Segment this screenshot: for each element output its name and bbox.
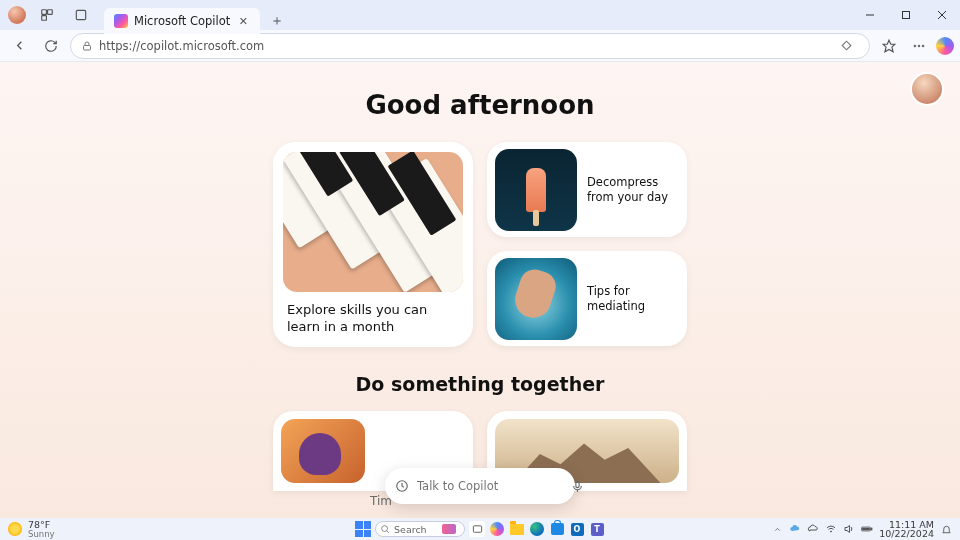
- card-label: Decompress from your day: [587, 175, 679, 205]
- browser-profile-avatar[interactable]: [8, 6, 26, 24]
- compose-bar[interactable]: [385, 468, 575, 504]
- edge-button[interactable]: [529, 521, 545, 537]
- back-button[interactable]: [6, 33, 32, 59]
- svg-rect-22: [871, 528, 872, 530]
- date: 10/22/2024: [879, 529, 934, 539]
- card-label: Explore skills you can learn in a month: [283, 292, 463, 336]
- copilot-sidebar-button[interactable]: [936, 37, 954, 55]
- outlook-button[interactable]: O: [569, 521, 585, 537]
- cloud-icon[interactable]: [807, 523, 819, 535]
- svg-point-19: [831, 531, 832, 532]
- taskbar-search[interactable]: Search: [375, 521, 465, 537]
- svg-point-10: [914, 45, 916, 47]
- task-view-button[interactable]: [469, 521, 485, 537]
- shopping-icon[interactable]: [833, 33, 859, 59]
- weather-condition: Sunny: [28, 530, 55, 539]
- settings-more-button[interactable]: [906, 33, 932, 59]
- piano-image: [283, 152, 463, 292]
- search-placeholder: Search: [394, 524, 427, 535]
- refresh-button[interactable]: [38, 33, 64, 59]
- battery-icon[interactable]: [861, 523, 873, 535]
- svg-rect-5: [903, 12, 910, 19]
- svg-rect-23: [863, 528, 870, 530]
- svg-rect-3: [76, 10, 85, 19]
- compose-input[interactable]: [417, 479, 563, 493]
- start-button[interactable]: [355, 521, 371, 537]
- sun-icon: [8, 522, 22, 536]
- wifi-icon[interactable]: [825, 523, 837, 535]
- svg-rect-14: [576, 481, 579, 487]
- onedrive-icon[interactable]: [789, 523, 801, 535]
- address-bar[interactable]: https://copilot.microsoft.com: [70, 33, 870, 59]
- svg-point-12: [922, 45, 924, 47]
- lock-icon: [81, 40, 93, 52]
- tray-chevron-icon[interactable]: [771, 523, 783, 535]
- svg-line-17: [387, 531, 389, 533]
- copilot-taskbar-button[interactable]: [489, 521, 505, 537]
- workspaces-icon[interactable]: [34, 2, 60, 28]
- card-explore-skills[interactable]: Explore skills you can learn in a month: [273, 142, 473, 347]
- svg-rect-18: [473, 525, 481, 531]
- svg-rect-0: [42, 10, 47, 15]
- window-close-button[interactable]: [924, 0, 960, 30]
- window-maximize-button[interactable]: [888, 0, 924, 30]
- card-label: Tips for mediating: [587, 284, 679, 314]
- water-hand-image: [495, 258, 577, 340]
- favorites-button[interactable]: [876, 33, 902, 59]
- url-text: https://copilot.microsoft.com: [99, 39, 264, 53]
- file-explorer-button[interactable]: [509, 521, 525, 537]
- svg-marker-9: [883, 40, 895, 52]
- browser-toolbar: https://copilot.microsoft.com: [0, 30, 960, 62]
- svg-marker-20: [845, 526, 850, 533]
- svg-point-11: [918, 45, 920, 47]
- search-icon: [380, 524, 390, 534]
- card-mediating-tips[interactable]: Tips for mediating: [487, 251, 687, 346]
- window-minimize-button[interactable]: [852, 0, 888, 30]
- svg-rect-2: [42, 16, 47, 21]
- window-titlebar: Microsoft Copilot ✕ ＋: [0, 0, 960, 30]
- popsicle-image: [495, 149, 577, 231]
- svg-rect-8: [84, 45, 91, 50]
- user-avatar[interactable]: [912, 74, 942, 104]
- volume-icon[interactable]: [843, 523, 855, 535]
- teams-button[interactable]: T: [589, 521, 605, 537]
- greeting-heading: Good afternoon: [0, 62, 960, 120]
- browser-tab-copilot[interactable]: Microsoft Copilot ✕: [104, 8, 260, 34]
- page-content: Good afternoon Explore skills you can le…: [0, 62, 960, 518]
- card-decompress[interactable]: Decompress from your day: [487, 142, 687, 237]
- copilot-favicon-icon: [114, 14, 128, 28]
- tab-actions-icon[interactable]: [68, 2, 94, 28]
- close-tab-button[interactable]: ✕: [236, 14, 250, 28]
- windows-taskbar: 78°F Sunny Search O T 11:11 AM 10/22/202…: [0, 518, 960, 540]
- notifications-icon[interactable]: [940, 523, 952, 535]
- svg-point-16: [382, 526, 388, 532]
- clock[interactable]: 11:11 AM 10/22/2024: [879, 520, 934, 539]
- illustration-image: [281, 419, 365, 483]
- new-tab-button[interactable]: ＋: [264, 8, 290, 34]
- svg-rect-1: [48, 10, 53, 15]
- weather-widget[interactable]: 78°F Sunny: [0, 520, 55, 538]
- history-icon[interactable]: [395, 477, 409, 495]
- suggestion-cards-row: Explore skills you can learn in a month …: [0, 142, 960, 347]
- subheading: Do something together: [0, 373, 960, 395]
- mic-icon[interactable]: [571, 477, 584, 495]
- tab-title: Microsoft Copilot: [134, 14, 230, 28]
- store-button[interactable]: [549, 521, 565, 537]
- search-highlight-icon: [442, 524, 456, 534]
